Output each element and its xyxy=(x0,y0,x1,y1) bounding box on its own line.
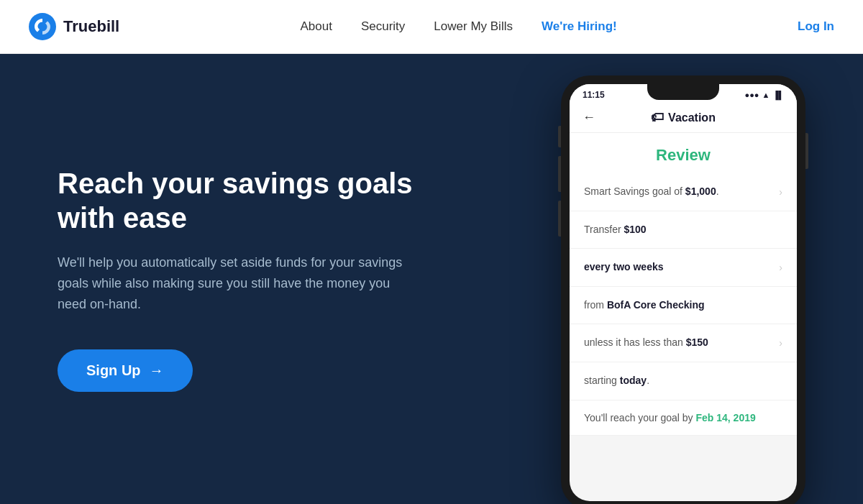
phone-status-icons: ●●● ▲ ▐▌ xyxy=(745,91,784,99)
hero-section: Reach your savings goals with ease We'll… xyxy=(0,54,863,504)
goal-date: Feb 14, 2019 xyxy=(695,412,755,423)
transfer-row: Transfer $100 xyxy=(570,211,797,249)
hero-content: Reach your savings goals with ease We'll… xyxy=(58,166,503,391)
phone-side-button-right xyxy=(805,133,808,169)
phone-screen-title: Vacation xyxy=(668,111,716,124)
wifi-icon: ▲ xyxy=(762,91,770,99)
nav-links: About Security Lower My Bills We're Hiri… xyxy=(301,19,617,34)
minimum-text: unless it has less than $150 xyxy=(584,336,708,350)
signup-button[interactable]: Sign Up → xyxy=(58,349,193,392)
nav-security[interactable]: Security xyxy=(361,19,405,34)
phone-outer: 11:15 ●●● ▲ ▐▌ ← 🏷 Vacation Revi xyxy=(561,75,805,504)
frequency-row: every two weeks › xyxy=(570,249,797,287)
phone-mockup: 11:15 ●●● ▲ ▐▌ ← 🏷 Vacation Revi xyxy=(561,75,805,504)
truebill-logo-icon xyxy=(29,13,56,40)
phone-side-button-left3 xyxy=(558,201,561,237)
start-row: starting today. xyxy=(570,362,797,400)
logo-text: Truebill xyxy=(63,17,119,36)
account-text: from BofA Core Checking xyxy=(584,298,705,313)
chevron-icon-3: › xyxy=(779,337,782,349)
account-row: from BofA Core Checking xyxy=(570,287,797,325)
svg-point-0 xyxy=(29,13,56,40)
goal-reach-text: You'll reach your goal by Feb 14, 2019 xyxy=(570,400,797,436)
phone-side-button-left2 xyxy=(558,156,561,192)
chevron-icon-2: › xyxy=(779,262,782,273)
savings-goal-text: Smart Savings goal of $1,000. xyxy=(584,185,719,199)
phone-side-button-left1 xyxy=(558,126,561,147)
phone-app-header: ← 🏷 Vacation xyxy=(570,103,797,133)
signup-arrow-icon: → xyxy=(150,362,164,379)
chevron-icon-1: › xyxy=(779,186,782,198)
logo-link[interactable]: Truebill xyxy=(29,13,119,40)
hero-description: We'll help you automatically set aside f… xyxy=(58,252,417,314)
vacation-icon: 🏷 xyxy=(651,110,664,125)
transfer-text: Transfer $100 xyxy=(584,223,647,237)
hero-title: Reach your savings goals with ease xyxy=(58,166,475,235)
phone-screen: 11:15 ●●● ▲ ▐▌ ← 🏷 Vacation Revi xyxy=(570,84,797,501)
phone-header-title-container: 🏷 Vacation xyxy=(651,110,716,125)
minimum-row: unless it has less than $150 › xyxy=(570,324,797,362)
nav-about[interactable]: About xyxy=(301,19,332,34)
phone-time: 11:15 xyxy=(583,90,605,100)
nav-lower-bills[interactable]: Lower My Bills xyxy=(434,19,513,34)
battery-icon: ▐▌ xyxy=(772,91,784,99)
start-text: starting today. xyxy=(584,374,649,388)
signup-label: Sign Up xyxy=(86,362,141,379)
signal-icon: ●●● xyxy=(745,91,759,99)
savings-goal-row: Smart Savings goal of $1,000. › xyxy=(570,173,797,211)
login-link[interactable]: Log In xyxy=(798,19,834,34)
phone-notch xyxy=(647,84,719,100)
phone-back-button[interactable]: ← xyxy=(583,110,595,125)
frequency-text: every two weeks xyxy=(584,260,664,275)
nav-hiring[interactable]: We're Hiring! xyxy=(542,19,617,34)
review-title: Review xyxy=(570,133,797,173)
navbar: Truebill About Security Lower My Bills W… xyxy=(0,0,863,54)
